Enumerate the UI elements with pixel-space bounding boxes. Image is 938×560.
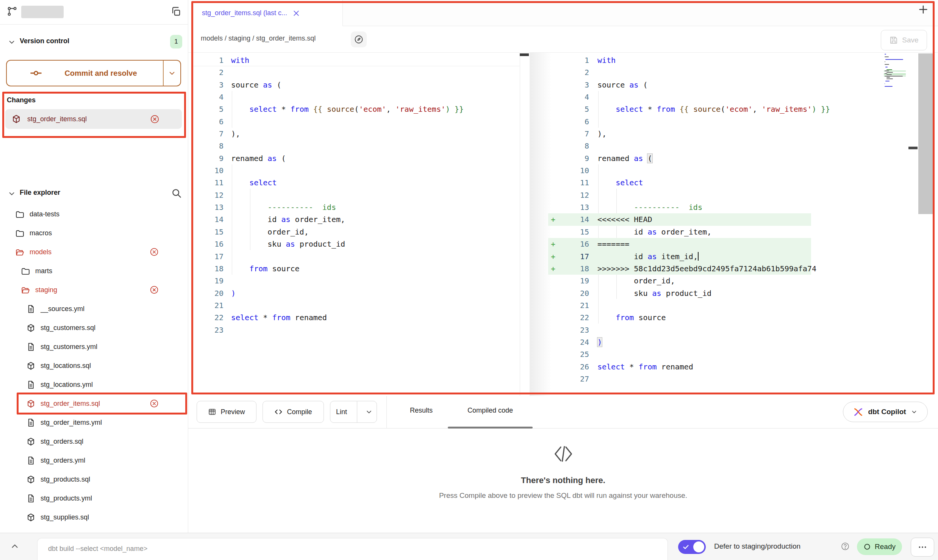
code-line[interactable]: 27 (548, 373, 885, 385)
close-tab-icon[interactable] (292, 9, 300, 17)
code-line[interactable]: 17 (193, 250, 520, 263)
defer-toggle[interactable] (678, 540, 706, 554)
lineage-button[interactable] (351, 31, 367, 47)
code-line[interactable]: 2 (193, 66, 520, 78)
lint-button[interactable]: Lint (330, 401, 377, 423)
save-button[interactable]: Save (881, 30, 927, 50)
help-icon[interactable] (841, 542, 850, 551)
new-tab-icon[interactable] (918, 4, 929, 15)
code-line[interactable]: 3source as ( (193, 79, 520, 91)
more-options-button[interactable] (911, 538, 934, 557)
code-line[interactable]: 1with (193, 54, 520, 66)
discard-change-icon[interactable] (149, 247, 159, 257)
file-row-stg-orders-sql[interactable]: stg_orders.sql (0, 432, 188, 451)
commit-and-resolve-button[interactable]: Commit and resolve (6, 60, 181, 86)
copilot-chevron-icon[interactable] (911, 408, 918, 415)
file-row-stg-supplies-sql[interactable]: stg_supplies.sql (0, 508, 188, 527)
code-line[interactable]: 11 select (193, 177, 520, 189)
code-line[interactable]: 9renamed as ( (548, 152, 885, 164)
code-line[interactable]: 14 id as order_item, (193, 213, 520, 225)
file-row--sources-yml[interactable]: __sources.yml (0, 299, 188, 318)
file-row-stg-customers-yml[interactable]: stg_customers.yml (0, 337, 188, 356)
lint-dropdown-chevron-icon[interactable] (361, 408, 377, 416)
code-line[interactable]: 12 (548, 189, 885, 201)
code-line[interactable]: 19 (193, 275, 520, 287)
file-row-staging[interactable]: staging (0, 280, 188, 299)
code-line[interactable]: 5 select * from {{ source('ecom', 'raw_i… (548, 103, 885, 115)
file-row-stg-locations-yml[interactable]: stg_locations.yml (0, 375, 188, 394)
code-line[interactable]: 3source as ( (548, 79, 885, 91)
code-line[interactable]: 20 sku as product_id (548, 287, 885, 299)
expand-command-bar-icon[interactable] (10, 541, 20, 551)
code-line[interactable]: 21 (548, 299, 885, 311)
code-line[interactable]: 21 (193, 299, 520, 311)
diff-pane-left[interactable]: 1with23source as (45 select * from {{ so… (193, 53, 520, 396)
code-line[interactable]: 20) (193, 287, 520, 299)
file-row-stg-order-items-yml[interactable]: stg_order_items.yml (0, 413, 188, 432)
file-row-models[interactable]: models (0, 242, 188, 261)
code-line[interactable]: +16======= (548, 238, 885, 250)
compile-button[interactable]: Compile (263, 401, 324, 423)
file-row-stg-products-sql[interactable]: stg_products.sql (0, 470, 188, 489)
left-pane-scroll-thumb[interactable] (520, 53, 529, 56)
tab-compiled-code[interactable]: Compiled code (448, 407, 533, 415)
code-line[interactable]: +14<<<<<<< HEAD (548, 213, 885, 225)
code-line[interactable]: 8 (548, 140, 885, 152)
code-line[interactable]: 22select * from renamed (193, 311, 520, 324)
code-line[interactable]: 6 (193, 116, 520, 128)
chevron-down-icon[interactable] (8, 38, 16, 46)
file-row-stg-customers-sql[interactable]: stg_customers.sql (0, 318, 188, 337)
discard-change-icon[interactable] (150, 114, 160, 124)
command-input[interactable]: dbt build --select <model_name> (37, 538, 668, 560)
code-line[interactable]: 25 (548, 348, 885, 360)
code-line[interactable]: 19 order_id, (548, 275, 885, 287)
file-row-macros[interactable]: macros (0, 224, 188, 242)
file-explorer-section-header[interactable]: File explorer (0, 184, 188, 203)
tab-results[interactable]: Results (400, 407, 442, 415)
minimap[interactable] (884, 54, 908, 103)
discard-change-icon[interactable] (149, 285, 159, 295)
code-line[interactable]: 5 select * from {{ source('ecom', 'raw_i… (193, 103, 520, 115)
chevron-down-icon[interactable] (8, 189, 16, 198)
code-line[interactable]: +17 id as item_id, (548, 250, 885, 263)
code-line[interactable]: 23 (193, 324, 520, 336)
version-control-section-header[interactable]: Version control 1 (0, 33, 188, 52)
code-line[interactable]: 11 select (548, 177, 885, 189)
code-line[interactable]: +18>>>>>>> 58c1dd23d5eebd9cd2495fa7124ab… (548, 263, 885, 275)
minimap-slider-thumb[interactable] (908, 147, 918, 149)
code-line[interactable]: 1with (548, 54, 885, 66)
code-line[interactable]: 23 (548, 324, 885, 336)
code-line[interactable]: 8 (193, 140, 520, 152)
code-line[interactable]: 4 (193, 91, 520, 103)
vertical-scrollbar[interactable] (918, 53, 935, 214)
file-row-stg-locations-sql[interactable]: stg_locations.sql (0, 356, 188, 375)
code-line[interactable]: 7), (548, 128, 885, 140)
discard-change-icon[interactable] (149, 399, 159, 408)
code-line[interactable]: 22 from source (548, 311, 885, 324)
pane-divider[interactable] (520, 53, 520, 396)
code-line[interactable]: 6 (548, 116, 885, 128)
copy-icon[interactable] (170, 6, 181, 17)
code-line[interactable]: 4 (548, 91, 885, 103)
code-line[interactable]: 9renamed as ( (193, 152, 520, 164)
code-line[interactable]: 24) (548, 336, 885, 348)
diff-pane-right[interactable]: 1with23source as (45 select * from {{ so… (548, 53, 885, 396)
code-line[interactable]: 15 order_id, (193, 226, 520, 238)
changed-file-item[interactable]: stg_order_items.sql (5, 109, 182, 129)
commit-dropdown-chevron-icon[interactable] (164, 69, 180, 77)
file-row-marts[interactable]: marts (0, 261, 188, 280)
dbt-copilot-button[interactable]: dbt Copilot (843, 402, 928, 422)
code-line[interactable]: 12 (193, 189, 520, 201)
file-row-stg-order-items-sql[interactable]: stg_order_items.sql (0, 394, 188, 413)
tab-stg-order-items[interactable]: stg_order_items.sql (last c... (192, 0, 343, 26)
code-line[interactable]: 13 ---------- ids (548, 201, 885, 213)
code-line[interactable]: 26select * from renamed (548, 361, 885, 373)
code-line[interactable]: 16 sku as product_id (193, 238, 520, 250)
connection-status-badge[interactable]: Ready (857, 538, 902, 555)
code-line[interactable]: 2 (548, 66, 885, 78)
code-line[interactable]: 13 ---------- ids (193, 201, 520, 213)
code-line[interactable]: 10 (193, 164, 520, 177)
code-line[interactable]: 15 id as order_item, (548, 226, 885, 238)
code-line[interactable]: 18 from source (193, 263, 520, 275)
file-row-data-tests[interactable]: data-tests (0, 205, 188, 224)
